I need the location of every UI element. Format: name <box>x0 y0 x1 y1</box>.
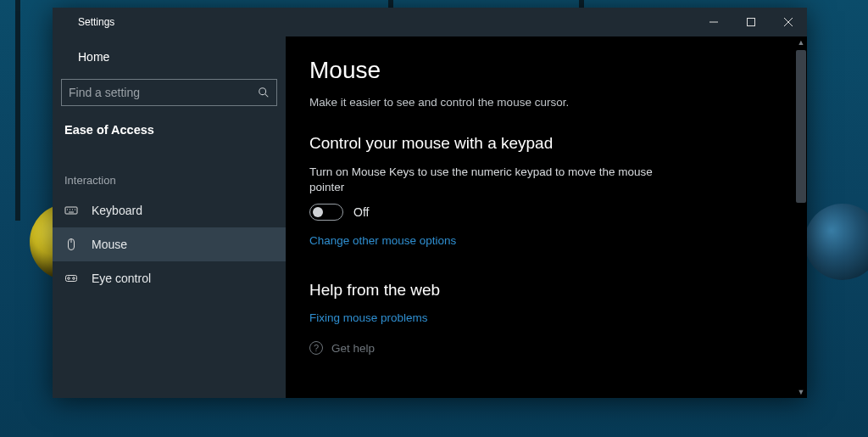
sidebar-item-mouse[interactable]: Mouse <box>53 227 286 261</box>
search-input[interactable] <box>69 86 258 99</box>
search-input-wrap[interactable] <box>61 79 277 106</box>
svg-point-16 <box>73 277 75 280</box>
sidebar-item-keyboard[interactable]: Keyboard <box>53 193 286 227</box>
window-maximize-button[interactable] <box>732 8 770 36</box>
page-subtitle: Make it easier to see and control the mo… <box>309 96 783 109</box>
window-title: Settings <box>78 16 114 28</box>
get-help-label: Get help <box>331 342 375 355</box>
mouse-icon <box>64 238 78 251</box>
get-help-row[interactable]: ? Get help <box>309 341 783 355</box>
scroll-down-icon[interactable]: ▼ <box>795 386 807 398</box>
desktop-bg-bar <box>15 0 20 221</box>
settings-window: Settings Home <box>53 8 807 398</box>
mousekeys-toggle-state: Off <box>353 205 369 219</box>
mousekeys-desc: Turn on Mouse Keys to use the numeric ke… <box>309 165 657 195</box>
window-titlebar: Settings <box>53 8 807 36</box>
change-mouse-options-link[interactable]: Change other mouse options <box>309 234 783 247</box>
sidebar-item-label: Mouse <box>92 238 127 251</box>
window-minimize-button[interactable] <box>695 8 732 36</box>
svg-line-5 <box>265 94 269 98</box>
settings-main: Mouse Make it easier to see and control … <box>286 36 807 398</box>
sidebar-section-heading: Interaction <box>53 150 286 193</box>
toggle-knob <box>313 207 323 217</box>
desktop-bg-orb <box>804 204 868 280</box>
scroll-thumb[interactable] <box>796 50 806 203</box>
help-icon: ? <box>309 341 323 355</box>
svg-rect-6 <box>65 207 77 214</box>
mousekeys-toggle[interactable] <box>309 204 343 221</box>
page-title: Mouse <box>309 57 783 84</box>
sidebar-item-label: Eye control <box>92 272 151 285</box>
svg-rect-1 <box>748 19 755 26</box>
vertical-scrollbar[interactable]: ▲ ▼ <box>795 36 807 398</box>
fixing-mouse-link[interactable]: Fixing mouse problems <box>309 311 783 324</box>
sidebar-home-label: Home <box>78 50 109 64</box>
eye-icon <box>64 272 78 285</box>
sidebar-item-eyecontrol[interactable]: Eye control <box>53 261 286 295</box>
keyboard-icon <box>64 204 78 217</box>
window-close-button[interactable] <box>770 8 807 36</box>
sidebar-category: Ease of Access <box>53 115 286 150</box>
sidebar-item-label: Keyboard <box>92 204 142 217</box>
scroll-up-icon[interactable]: ▲ <box>795 36 807 48</box>
section-heading-help: Help from the web <box>309 281 783 300</box>
search-icon <box>258 87 270 98</box>
svg-point-4 <box>259 88 266 95</box>
svg-point-15 <box>68 277 70 280</box>
settings-sidebar: Home Ease of Access Interaction Keyboard <box>53 36 286 398</box>
sidebar-home[interactable]: Home <box>53 40 286 74</box>
section-heading-keypad: Control your mouse with a keypad <box>309 134 783 153</box>
